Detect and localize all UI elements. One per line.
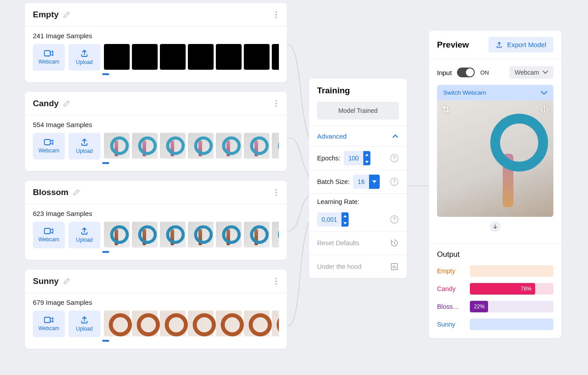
lr-decrement[interactable] (342, 219, 349, 227)
sample-thumbnail[interactable] (104, 44, 130, 70)
reset-defaults-button[interactable]: Reset Defaults (309, 231, 407, 255)
class-card: Candy 554 Image Samples Webcam Upload (25, 92, 287, 171)
sample-thumbnail[interactable] (244, 133, 270, 159)
prediction-bar-fill: 78% (470, 283, 535, 295)
sample-thumbnail[interactable] (104, 311, 130, 336)
sample-thumbnail[interactable] (188, 44, 214, 70)
training-title: Training (309, 79, 407, 102)
svg-rect-3 (44, 51, 50, 56)
sample-thumbnail[interactable] (132, 44, 158, 70)
webcam-button[interactable]: Webcam (33, 133, 65, 160)
pencil-icon[interactable] (63, 100, 70, 107)
svg-rect-11 (44, 228, 50, 234)
class-card: Empty 241 Image Samples Webcam Upload (25, 3, 287, 82)
export-icon (496, 41, 503, 48)
input-source-select[interactable]: Webcam (509, 66, 553, 79)
kebab-menu-icon[interactable] (274, 276, 279, 287)
input-toggle[interactable] (457, 68, 475, 77)
sample-thumbnail[interactable] (216, 44, 242, 70)
sample-count: 679 Image Samples (33, 299, 279, 306)
upload-icon (80, 49, 88, 57)
svg-point-0 (275, 11, 277, 12)
batch-size-select[interactable]: 16 (353, 175, 380, 189)
svg-point-9 (275, 191, 277, 193)
sample-thumbnail[interactable] (132, 311, 158, 336)
sample-thumbnail[interactable] (160, 133, 186, 159)
advanced-toggle[interactable]: Advanced (309, 126, 407, 146)
sample-thumbnail[interactable] (160, 311, 186, 336)
sample-thumbnail[interactable] (188, 311, 214, 336)
kebab-menu-icon[interactable] (274, 9, 279, 20)
sample-thumbnail[interactable] (272, 311, 279, 336)
sample-thumbnail[interactable] (188, 133, 214, 159)
sample-thumbnail[interactable] (272, 222, 279, 247)
sample-thumbnail[interactable] (216, 311, 242, 336)
sample-thumbnail[interactable] (216, 133, 242, 159)
caret-down-icon (369, 175, 380, 189)
sample-thumbnail[interactable] (104, 133, 130, 159)
crop-icon[interactable] (441, 105, 450, 114)
sample-thumbnail[interactable] (160, 44, 186, 70)
svg-point-14 (275, 283, 277, 284)
epochs-decrement[interactable] (363, 158, 370, 165)
pencil-icon[interactable] (73, 189, 80, 196)
sample-thumbnail[interactable] (216, 222, 242, 247)
train-model-button[interactable]: Model Trained (317, 102, 399, 120)
history-icon (390, 239, 399, 247)
help-icon[interactable] (390, 154, 399, 163)
prediction-bar-fill: 22% (470, 301, 488, 312)
epochs-increment[interactable] (363, 151, 370, 158)
scroll-indicator (102, 162, 109, 164)
video-icon (44, 227, 54, 235)
upload-button[interactable]: Upload (68, 222, 100, 248)
sample-count: 623 Image Samples (33, 210, 279, 217)
prediction-label: Candy (437, 285, 464, 292)
kebab-menu-icon[interactable] (274, 187, 279, 198)
training-panel: Training Model Trained Advanced Epochs: … (309, 79, 407, 278)
sample-thumbnail[interactable] (272, 133, 279, 159)
upload-button[interactable]: Upload (68, 133, 100, 160)
pencil-icon[interactable] (63, 278, 70, 285)
flip-icon[interactable] (540, 105, 549, 114)
sample-thumbnail[interactable] (244, 311, 270, 336)
webcam-preview (437, 100, 553, 217)
sample-thumbnail[interactable] (244, 222, 270, 247)
sample-thumbnail[interactable] (160, 222, 186, 247)
upload-icon (80, 316, 88, 324)
svg-point-12 (275, 278, 277, 279)
under-the-hood-button[interactable]: Under the hood (309, 255, 407, 278)
pencil-icon[interactable] (63, 11, 70, 18)
sample-thumbnail[interactable] (104, 222, 130, 247)
webcam-button[interactable]: Webcam (33, 44, 65, 71)
export-model-button[interactable]: Export Model (489, 37, 553, 52)
sample-thumbnail[interactable] (132, 133, 158, 159)
lr-increment[interactable] (342, 212, 349, 219)
sample-thumbnail[interactable] (272, 44, 279, 70)
advanced-label: Advanced (317, 132, 347, 140)
prediction-row: Sunny (437, 319, 553, 330)
webcam-button[interactable]: Webcam (33, 222, 65, 248)
sample-thumbnail[interactable] (188, 222, 214, 247)
video-icon (44, 139, 54, 146)
kebab-menu-icon[interactable] (274, 98, 279, 109)
learning-rate-input[interactable]: 0,001 (317, 212, 349, 227)
input-section-label: Input (437, 69, 452, 76)
sample-thumbnail[interactable] (132, 222, 158, 247)
switch-webcam-button[interactable]: Switch Webcam (437, 85, 553, 100)
upload-button[interactable]: Upload (68, 311, 100, 337)
help-icon[interactable] (390, 177, 399, 186)
class-title: Candy (33, 99, 59, 108)
prediction-row: Empty (437, 265, 553, 277)
upload-button[interactable]: Upload (68, 44, 100, 71)
sample-thumbnail[interactable] (244, 44, 270, 70)
webcam-button[interactable]: Webcam (33, 311, 65, 337)
svg-rect-15 (44, 317, 50, 323)
batch-size-row: Batch Size: 16 (309, 170, 407, 193)
class-title: Blossom (33, 188, 68, 197)
prediction-label: Empty (437, 267, 464, 275)
epochs-input[interactable]: 100 (344, 151, 370, 165)
svg-point-4 (275, 100, 277, 101)
chevron-up-icon (392, 133, 399, 140)
help-icon[interactable] (390, 215, 399, 224)
preview-title: Preview (437, 40, 469, 50)
